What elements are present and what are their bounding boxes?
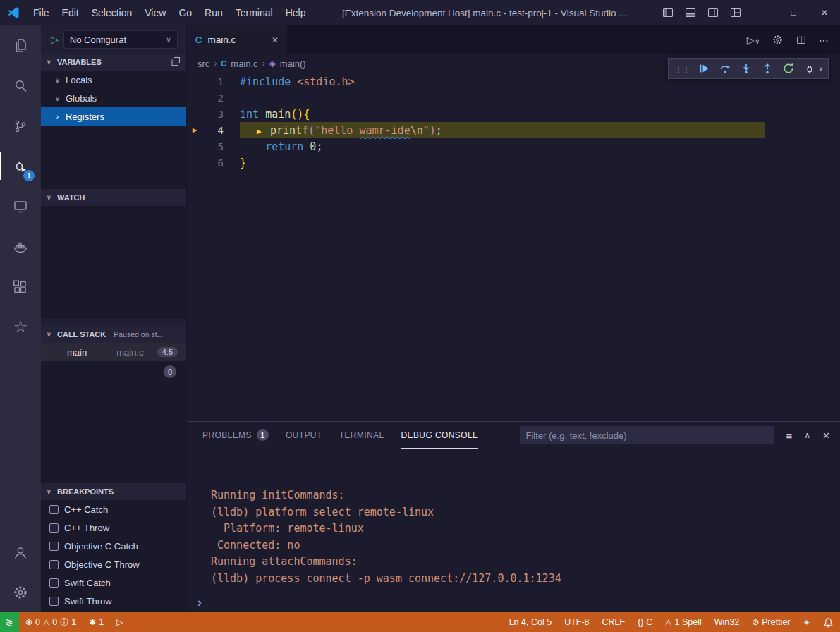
maximize-button[interactable]: □	[778, 0, 809, 25]
panel-tab-problems[interactable]: PROBLEMS1	[202, 422, 269, 449]
menu-go[interactable]: Go	[172, 0, 198, 25]
code-content[interactable]: int main(){	[224, 108, 310, 121]
checkbox[interactable]	[49, 542, 59, 551]
checkbox[interactable]	[49, 578, 59, 588]
source-control-icon[interactable]	[0, 106, 41, 146]
checkbox[interactable]	[49, 523, 59, 533]
variables-section-header[interactable]: ∨ VARIABLES	[41, 54, 186, 71]
search-icon[interactable]	[0, 66, 41, 106]
breakpoint-item[interactable]: Swift Throw	[41, 592, 186, 610]
problems-status[interactable]: ⊗ 0 △ 0 ⓘ 1	[19, 612, 83, 632]
menu-selection[interactable]: Selection	[85, 0, 139, 25]
cursor-position[interactable]: Ln 4, Col 5	[503, 612, 558, 632]
breakpoint-item[interactable]: Swift Catch	[41, 573, 186, 592]
continue-button[interactable]	[694, 59, 713, 78]
variables-item-globals[interactable]: ∨ Globals	[41, 89, 186, 107]
breakpoints-section-header[interactable]: ∨ BREAKPOINTS	[41, 483, 186, 500]
accounts-icon[interactable]	[0, 532, 41, 572]
breakpoint-item[interactable]: Objective C Throw	[41, 555, 186, 573]
platform-indicator[interactable]: Win32	[708, 612, 745, 632]
copy-value-icon[interactable]	[171, 56, 181, 68]
watch-tree	[41, 206, 186, 319]
panel-tab-debug-console[interactable]: DEBUG CONSOLE	[401, 422, 479, 449]
call-stack-section-header[interactable]: ∨ CALL STACK Paused on st...	[41, 326, 186, 343]
settings-gear-icon[interactable]	[772, 34, 784, 46]
code-content[interactable]: #include <stdio.h>	[224, 75, 355, 88]
console-levels-icon[interactable]: ≡	[786, 430, 793, 442]
drag-grip-icon[interactable]: ⋮⋮	[672, 63, 692, 74]
variables-item-locals[interactable]: ∨ Locals	[41, 71, 186, 89]
code-editor[interactable]: 1#include <stdio.h>23int main(){▶4▶print…	[187, 73, 840, 421]
run-and-debug-icon[interactable]: 1	[0, 146, 41, 186]
toggle-secondary-sidebar-icon[interactable]	[702, 0, 724, 25]
customize-layout-icon[interactable]	[724, 0, 747, 25]
watch-section-header[interactable]: ∨ WATCH	[41, 189, 186, 206]
breakpoint-gutter[interactable]: ▶	[187, 126, 202, 135]
menu-edit[interactable]: Edit	[56, 0, 85, 25]
debug-console-input[interactable]: ›	[187, 592, 840, 612]
step-over-button[interactable]	[715, 59, 734, 78]
menu-run[interactable]: Run	[198, 0, 229, 25]
code-content[interactable]: }	[224, 157, 246, 169]
section-sash[interactable]	[41, 319, 186, 326]
toggle-panel-icon[interactable]	[679, 0, 702, 25]
start-debugging-icon[interactable]: ▷	[51, 34, 59, 45]
minimize-button[interactable]: ─	[747, 0, 778, 25]
menu-terminal[interactable]: Terminal	[229, 0, 279, 25]
checkbox[interactable]	[49, 597, 59, 606]
formatter-status[interactable]: ⊘ Prettier	[745, 612, 796, 632]
stack-frame-row[interactable]: main main.c 4:5	[41, 343, 186, 361]
checkbox[interactable]	[49, 560, 59, 569]
remote-explorer-icon[interactable]	[0, 186, 41, 226]
breakpoint-item[interactable]: Objective C Catch	[41, 537, 186, 555]
tool-status[interactable]: ✱ 1	[83, 612, 110, 632]
code-content[interactable]: ▶printf("hello wamr-ide\n");	[224, 124, 442, 137]
checkbox[interactable]	[49, 505, 59, 514]
extension-status-icon[interactable]: ✦	[797, 612, 817, 632]
variables-item-registers[interactable]: › Registers	[41, 107, 186, 126]
breakpoint-item[interactable]: C++ Catch	[41, 500, 186, 518]
code-token: ;	[436, 124, 442, 137]
breadcrumb-folder[interactable]: src	[197, 59, 209, 69]
debug-console-output[interactable]: Running initCommands:(lldb) platform sel…	[187, 449, 840, 592]
debug-badge: 1	[23, 170, 35, 181]
language-mode[interactable]: {} C	[631, 612, 659, 632]
menu-help[interactable]: Help	[279, 0, 312, 25]
favorites-star-icon[interactable]: ☆	[0, 307, 41, 347]
menu-view[interactable]: View	[138, 0, 172, 25]
toggle-sidebar-icon[interactable]	[657, 0, 679, 25]
restart-button[interactable]	[779, 59, 798, 78]
close-tab-icon[interactable]: ✕	[272, 35, 279, 45]
tab-main-c[interactable]: C main.c ✕	[187, 25, 287, 54]
tree-label: Globals	[66, 93, 97, 104]
settings-gear-icon[interactable]	[0, 572, 41, 612]
extensions-icon[interactable]	[0, 267, 41, 307]
disconnect-button[interactable]	[800, 59, 819, 78]
close-button[interactable]: ✕	[809, 0, 840, 25]
menu-file[interactable]: File	[27, 0, 56, 25]
more-actions-icon[interactable]: ⋯	[819, 35, 829, 46]
explorer-icon[interactable]	[0, 25, 41, 66]
close-panel-icon[interactable]: ✕	[822, 430, 830, 441]
eol-indicator[interactable]: CRLF	[596, 612, 632, 632]
maximize-panel-icon[interactable]: ∧	[804, 430, 810, 440]
notifications-bell-icon[interactable]	[817, 612, 840, 632]
breadcrumb-file[interactable]: main.c	[231, 59, 257, 69]
chevron-down-icon[interactable]: ∨	[818, 65, 824, 72]
split-editor-icon[interactable]	[796, 35, 807, 46]
step-into-button[interactable]	[736, 59, 755, 78]
code-content[interactable]: return 0;	[224, 140, 322, 153]
panel-tab-terminal[interactable]: TERMINAL	[339, 422, 384, 449]
run-file-icon[interactable]: ▷∨	[747, 35, 760, 46]
spell-checker-status[interactable]: △ 1 Spell	[659, 612, 707, 632]
console-filter-input[interactable]	[520, 426, 774, 444]
panel-tab-output[interactable]: OUTPUT	[286, 422, 322, 449]
breadcrumb-symbol[interactable]: main()	[280, 59, 306, 69]
launch-configuration-dropdown[interactable]: No Configurat ∨	[63, 30, 178, 49]
remote-indicator[interactable]: ≷	[0, 612, 19, 632]
debug-status[interactable]: ▷	[110, 612, 129, 632]
encoding-indicator[interactable]: UTF-8	[558, 612, 595, 632]
docker-icon[interactable]	[0, 226, 41, 267]
breakpoint-item[interactable]: C++ Throw	[41, 518, 186, 537]
step-out-button[interactable]	[757, 59, 777, 78]
